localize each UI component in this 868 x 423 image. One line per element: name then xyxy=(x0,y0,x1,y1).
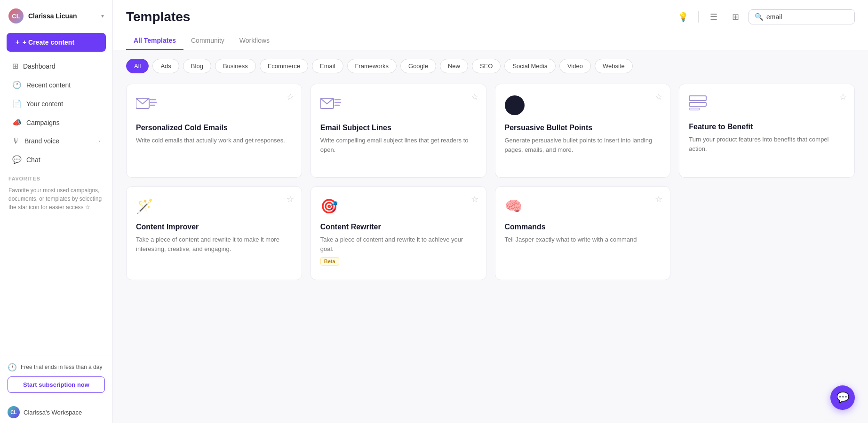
chat-icon: 💬 xyxy=(12,155,22,164)
filter-social-media[interactable]: Social Media xyxy=(504,59,555,73)
filter-website[interactable]: Website xyxy=(595,59,633,73)
card-title: Commands xyxy=(505,223,661,231)
filter-all[interactable]: All xyxy=(126,59,149,73)
filter-new[interactable]: New xyxy=(440,59,468,73)
chat-fab-icon: 💬 xyxy=(836,392,849,404)
star-icon[interactable]: ☆ xyxy=(655,194,662,204)
favorites-label: Favorites xyxy=(0,169,112,184)
svg-rect-8 xyxy=(689,96,706,101)
card-icon-wand: 🪄 xyxy=(136,198,292,214)
trial-notice: 🕐 Free trial ends in less than a day xyxy=(8,363,105,372)
main-header: Templates 💡 ☰ ⊞ 🔍 All xyxy=(113,0,868,50)
tab-all-templates[interactable]: All Templates xyxy=(126,32,183,50)
sidebar-item-your-content[interactable]: 📄 Your content xyxy=(4,94,109,113)
main-content: Templates 💡 ☰ ⊞ 🔍 All xyxy=(113,0,868,423)
card-desc: Write cold emails that actually work and… xyxy=(136,136,292,145)
user-chevron-icon: ▾ xyxy=(101,13,104,19)
star-icon[interactable]: ☆ xyxy=(655,92,662,102)
sidebar-nav: ⊞ Dashboard 🕐 Recent content 📄 Your cont… xyxy=(0,56,112,169)
filter-email[interactable]: Email xyxy=(312,59,343,73)
card-desc: Generate persuasive bullet points to ins… xyxy=(505,136,661,154)
lightbulb-icon: 💡 xyxy=(678,12,688,22)
workspace-row[interactable]: CL Clarissa's Workspace xyxy=(0,400,112,423)
card-title: Content Rewriter xyxy=(320,223,477,231)
filter-ecommerce[interactable]: Ecommerce xyxy=(260,59,308,73)
filter-seo[interactable]: SEO xyxy=(472,59,501,73)
filter-blog[interactable]: Blog xyxy=(183,59,211,73)
chat-fab-button[interactable]: 💬 xyxy=(830,385,855,410)
card-desc: Write compelling email subject lines tha… xyxy=(320,136,477,154)
card-icon-email-lines xyxy=(320,95,477,115)
card-desc: Turn your product features into benefits… xyxy=(689,135,845,153)
beta-badge: Beta xyxy=(320,257,339,266)
filter-video[interactable]: Video xyxy=(559,59,591,73)
star-icon[interactable]: ☆ xyxy=(287,92,294,102)
card-title: Content Improver xyxy=(136,223,292,231)
sidebar-item-chat[interactable]: 💬 Chat xyxy=(4,150,109,169)
card-icon-circle xyxy=(505,95,661,115)
card-icon-email xyxy=(136,95,292,115)
search-input[interactable] xyxy=(766,13,849,21)
filter-google[interactable]: Google xyxy=(400,59,436,73)
header-right: 💡 ☰ ⊞ 🔍 xyxy=(675,8,855,25)
sidebar-item-dashboard[interactable]: ⊞ Dashboard xyxy=(4,57,109,75)
create-content-button[interactable]: ＋ + Create content xyxy=(7,33,106,52)
header-top: Templates 💡 ☰ ⊞ 🔍 xyxy=(126,8,855,25)
card-title: Personalized Cold Emails xyxy=(136,124,292,132)
filter-frameworks[interactable]: Frameworks xyxy=(347,59,397,73)
card-content-improver[interactable]: ☆ 🪄 Content Improver Take a piece of con… xyxy=(126,186,302,280)
card-feature-to-benefit[interactable]: ☆ Feature to Benefit Turn your product f… xyxy=(679,84,855,178)
svg-rect-10 xyxy=(689,108,700,110)
list-view-button[interactable]: ☰ xyxy=(705,8,722,25)
star-icon[interactable]: ☆ xyxy=(471,194,478,204)
template-cards-grid: ☆ Personalized Cold Emails Write cold em… xyxy=(113,77,868,293)
star-icon[interactable]: ☆ xyxy=(839,92,847,102)
tab-community[interactable]: Community xyxy=(183,32,232,50)
filter-ads[interactable]: Ads xyxy=(152,59,179,73)
sidebar-item-brand-voice[interactable]: 🎙 Brand voice › xyxy=(4,132,109,150)
search-icon: 🔍 xyxy=(755,13,764,21)
workspace-avatar: CL xyxy=(8,406,20,418)
sidebar-item-campaigns[interactable]: 📣 Campaigns xyxy=(4,113,109,132)
document-icon: 📄 xyxy=(12,99,22,108)
user-header[interactable]: CL Clarissa Licuan ▾ xyxy=(0,0,112,28)
brand-voice-chevron-icon: › xyxy=(98,138,100,144)
favorites-hint: Favorite your most used campaigns, docum… xyxy=(0,184,112,217)
trial-text: Free trial ends in less than a day xyxy=(21,363,102,371)
filters-row: All Ads Blog Business Ecommerce Email Fr… xyxy=(113,50,868,77)
sidebar-item-recent-content[interactable]: 🕐 Recent content xyxy=(4,76,109,94)
card-email-subject-lines[interactable]: ☆ Email Subject Lines Write compelling e… xyxy=(311,84,486,178)
card-desc: Take a piece of content and rewrite it t… xyxy=(320,235,477,253)
card-icon-bullseye: 🎯 xyxy=(320,198,477,214)
workspace-label: Clarissa's Workspace xyxy=(24,409,82,416)
card-commands[interactable]: ☆ 🧠 Commands Tell Jasper exactly what to… xyxy=(495,186,671,280)
grid-view-button[interactable]: ⊞ xyxy=(727,8,744,25)
card-desc: Take a piece of content and rewrite it t… xyxy=(136,235,292,253)
card-title: Persuasive Bullet Points xyxy=(505,124,661,132)
tabs-row: All Templates Community Workflows xyxy=(126,32,855,50)
user-avatar: CL xyxy=(8,8,24,24)
card-content-rewriter[interactable]: ☆ 🎯 Content Rewriter Take a piece of con… xyxy=(311,186,486,280)
svg-rect-9 xyxy=(689,102,706,106)
user-name: Clarissa Licuan xyxy=(28,12,96,20)
card-persuasive-bullet-points[interactable]: ☆ Persuasive Bullet Points Generate pers… xyxy=(495,84,671,178)
search-box[interactable]: 🔍 xyxy=(749,9,855,24)
card-personalized-cold-emails[interactable]: ☆ Personalized Cold Emails Write cold em… xyxy=(126,84,302,178)
plus-icon: ＋ xyxy=(14,38,21,47)
header-divider xyxy=(698,11,699,23)
star-icon[interactable]: ☆ xyxy=(287,194,294,204)
grid-icon: ⊞ xyxy=(732,12,739,22)
page-title: Templates xyxy=(126,9,190,24)
lightbulb-button[interactable]: 💡 xyxy=(675,8,692,25)
subscribe-button[interactable]: Start subscription now xyxy=(8,376,105,393)
card-icon-grid xyxy=(689,95,845,114)
filter-business[interactable]: Business xyxy=(215,59,256,73)
card-title: Feature to Benefit xyxy=(689,123,845,131)
clock-icon: 🕐 xyxy=(12,80,22,89)
mic-icon: 🎙 xyxy=(12,137,20,145)
tab-workflows[interactable]: Workflows xyxy=(232,32,277,50)
sidebar-bottom: 🕐 Free trial ends in less than a day Sta… xyxy=(0,355,112,400)
sidebar: CL Clarissa Licuan ▾ ＋ + Create content … xyxy=(0,0,113,423)
star-icon[interactable]: ☆ xyxy=(471,92,478,102)
list-icon: ☰ xyxy=(710,12,717,22)
